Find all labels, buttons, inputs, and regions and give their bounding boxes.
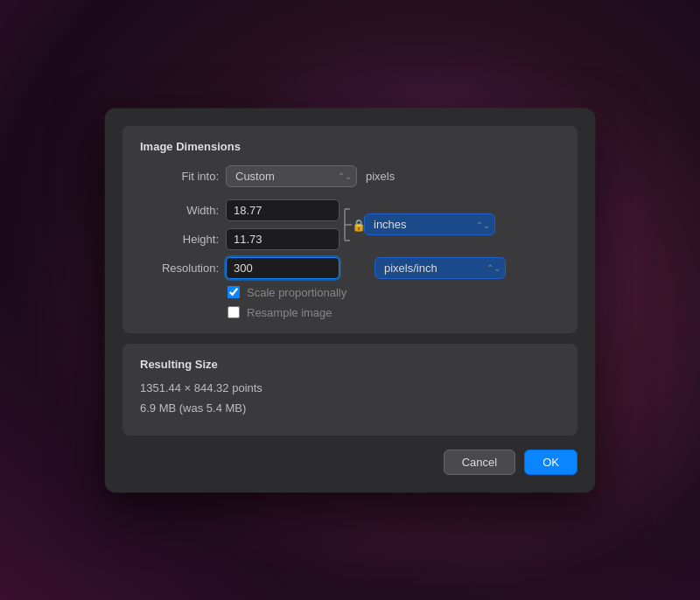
units-select[interactable]: inches cm mm pixels [364, 213, 495, 235]
width-label: Width: [140, 204, 219, 217]
dimensions-section: Image Dimensions Fit into: Custom pixels… [122, 126, 578, 333]
resulting-size-section: Resulting Size 1351.44 × 844.32 points 6… [122, 344, 578, 436]
width-row: Width: [140, 199, 340, 221]
height-row: Height: [140, 228, 340, 250]
scale-checkbox[interactable] [228, 286, 240, 298]
scale-proportionally-row: Scale proportionally [228, 286, 560, 299]
result-size: 6.9 MB (was 5.4 MB) [140, 401, 560, 415]
scale-label: Scale proportionally [247, 286, 346, 299]
width-input[interactable] [226, 199, 340, 221]
fit-into-select-wrapper: Custom [226, 165, 357, 187]
resolution-row: Resolution: pixels/inch pixels/cm [140, 257, 560, 279]
pixels-label: pixels [366, 170, 395, 183]
result-dimensions: 1351.44 × 844.32 points [140, 381, 560, 394]
resulting-size-title: Resulting Size [140, 358, 560, 371]
image-dimensions-dialog: Image Dimensions Fit into: Custom pixels… [105, 108, 595, 492]
wh-units-block: Width: Height: 🔒 [140, 199, 560, 250]
resample-checkbox[interactable] [228, 306, 240, 318]
resolution-input[interactable] [226, 257, 340, 279]
resolution-units-select[interactable]: pixels/inch pixels/cm [374, 257, 506, 279]
cancel-button[interactable]: Cancel [444, 450, 515, 475]
lock-bracket: 🔒 [343, 202, 360, 248]
resample-label: Resample image [247, 306, 332, 319]
ok-button[interactable]: OK [524, 450, 578, 475]
units-select-wrapper: inches cm mm pixels [364, 213, 495, 235]
dialog-footer: Cancel OK [122, 450, 578, 475]
fit-into-row: Fit into: Custom pixels [140, 165, 560, 187]
section-title: Image Dimensions [140, 140, 560, 153]
wh-fields: Width: Height: [140, 199, 340, 250]
height-input[interactable] [226, 228, 340, 250]
fit-into-select[interactable]: Custom [226, 165, 357, 187]
height-label: Height: [140, 233, 219, 246]
resolution-units-wrapper: pixels/inch pixels/cm [374, 257, 506, 279]
fit-into-label: Fit into: [140, 170, 219, 183]
resample-row: Resample image [228, 306, 560, 319]
resolution-label: Resolution: [140, 262, 219, 275]
